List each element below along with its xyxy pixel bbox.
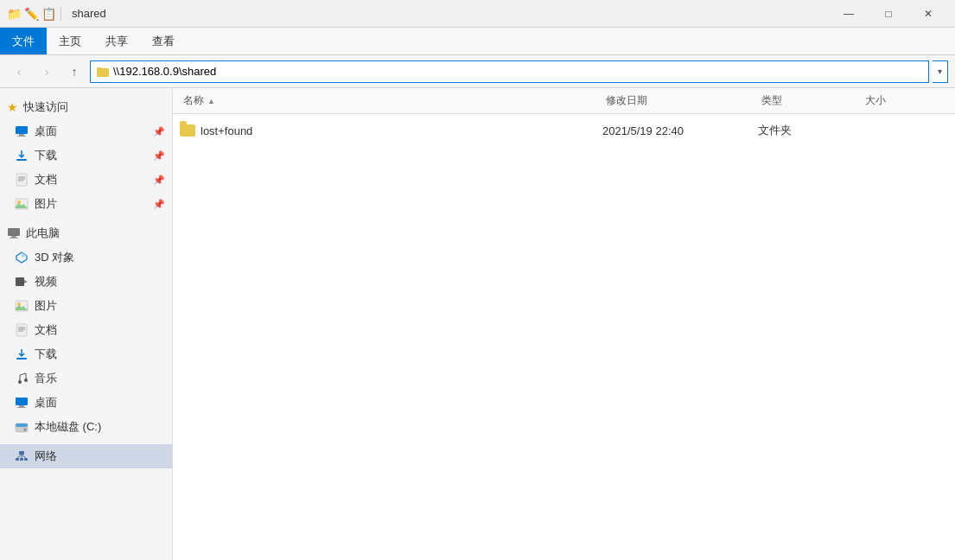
svg-rect-34 — [19, 451, 24, 455]
window-icon-3: 📋 — [41, 7, 55, 21]
address-dropdown-button[interactable]: ▾ — [933, 60, 948, 83]
svg-rect-28 — [16, 398, 28, 405]
sidebar-section-network: 网络 — [0, 444, 172, 468]
tab-view[interactable]: 查看 — [140, 28, 187, 54]
svg-point-26 — [18, 380, 22, 384]
sidebar-item-picture-pc[interactable]: 图片 — [0, 294, 172, 318]
network-icon — [14, 449, 29, 464]
svg-point-33 — [24, 429, 27, 431]
svg-rect-25 — [16, 358, 27, 360]
minimize-button[interactable]: — — [829, 0, 869, 28]
sidebar-item-3d[interactable]: 3D 对象 — [0, 245, 172, 270]
download-icon-2 — [14, 347, 29, 362]
sidebar-item-download-pc[interactable]: 下载 — [0, 342, 172, 366]
tab-home[interactable]: 主页 — [47, 28, 93, 54]
sidebar-item-picture-quick[interactable]: 图片 📌 — [0, 192, 172, 216]
address-path: \\192.168.0.9\shared — [113, 65, 923, 78]
address-folder-icon — [96, 65, 110, 79]
sidebar-item-desktop-pc[interactable]: 桌面 — [0, 391, 172, 415]
svg-rect-2 — [16, 126, 28, 134]
title-bar-icons: 📁 ✏️ 📋 — [7, 7, 63, 21]
pin-icon-download: 📌 — [153, 150, 165, 162]
pin-icon-desktop: 📌 — [153, 126, 165, 137]
content-area: 名称 ▲ 修改日期 类型 大小 lost+found 2021/5/19 22:… — [173, 88, 955, 560]
file-modified: 2021/5/19 22:40 — [602, 124, 758, 137]
desktop-icon-2 — [14, 395, 29, 410]
window-title: shared — [72, 7, 106, 20]
col-modified-header[interactable]: 修改日期 — [602, 92, 758, 110]
document-icon-2 — [14, 322, 29, 338]
svg-rect-17 — [16, 277, 24, 286]
sidebar-quickaccess-header[interactable]: ★ 快速访问 — [0, 95, 172, 119]
tab-file[interactable]: 文件 — [0, 28, 47, 54]
file-name: lost+found — [201, 124, 252, 137]
svg-rect-3 — [19, 134, 24, 136]
col-size-header[interactable]: 大小 — [862, 92, 948, 110]
sidebar-item-doc-quick[interactable]: 文档 📌 — [0, 168, 172, 192]
sidebar-thispc-header[interactable]: 此电脑 — [0, 221, 172, 245]
maximize-button[interactable]: □ — [869, 0, 908, 28]
download-icon — [14, 148, 29, 163]
sidebar-item-desktop-quick[interactable]: 桌面 📌 — [0, 119, 172, 143]
address-input-wrapper[interactable]: \\192.168.0.9\shared — [90, 60, 929, 83]
svg-rect-6 — [16, 174, 27, 186]
col-type-header[interactable]: 类型 — [758, 92, 862, 110]
tab-share[interactable]: 共享 — [93, 28, 140, 54]
svg-rect-32 — [16, 423, 28, 427]
pc-icon — [7, 227, 21, 239]
svg-rect-5 — [16, 159, 27, 161]
sort-arrow-name: ▲ — [207, 97, 215, 105]
title-separator — [60, 7, 61, 21]
picture-icon-2 — [14, 298, 29, 314]
svg-point-27 — [24, 379, 28, 382]
sidebar-item-video[interactable]: 视频 — [0, 270, 172, 294]
title-bar: 📁 ✏️ 📋 shared — □ ✕ — [0, 0, 955, 28]
svg-rect-13 — [11, 236, 16, 238]
document-icon — [14, 172, 29, 188]
svg-rect-12 — [8, 228, 20, 236]
sidebar-item-doc-pc[interactable]: 文档 — [0, 318, 172, 342]
svg-rect-4 — [17, 136, 26, 137]
svg-marker-18 — [24, 280, 28, 283]
music-icon — [14, 371, 29, 386]
svg-rect-21 — [16, 324, 27, 336]
star-icon: ★ — [7, 100, 18, 114]
svg-rect-37 — [24, 458, 28, 461]
svg-rect-0 — [97, 68, 109, 77]
svg-rect-14 — [10, 238, 18, 239]
svg-rect-30 — [17, 407, 26, 408]
window-controls: — □ ✕ — [829, 0, 948, 28]
video-icon — [14, 274, 29, 290]
file-type: 文件夹 — [758, 123, 862, 138]
window-icon-1: 📁 — [7, 7, 21, 21]
svg-rect-29 — [19, 405, 24, 407]
pin-icon-doc: 📌 — [153, 175, 165, 186]
folder-icon — [180, 124, 195, 137]
column-headers: 名称 ▲ 修改日期 类型 大小 — [173, 88, 955, 114]
up-button[interactable]: ↑ — [62, 60, 86, 84]
sidebar-item-music[interactable]: 音乐 — [0, 366, 172, 391]
sidebar-section-thispc: 此电脑 3D 对象 视频 图片 — [0, 221, 172, 439]
sidebar-network-header[interactable]: 网络 — [0, 444, 172, 468]
sidebar: ★ 快速访问 桌面 📌 下载 📌 文档 — [0, 88, 173, 560]
window-icon-2: ✏️ — [24, 7, 38, 21]
sidebar-item-localdisk[interactable]: 本地磁盘 (C:) — [0, 415, 172, 439]
sidebar-item-download-quick[interactable]: 下载 📌 — [0, 143, 172, 168]
close-button[interactable]: ✕ — [908, 0, 948, 28]
file-list: lost+found 2021/5/19 22:40 文件夹 — [173, 114, 955, 560]
table-row[interactable]: lost+found 2021/5/19 22:40 文件夹 — [173, 118, 955, 143]
col-name-header[interactable]: 名称 ▲ — [180, 92, 602, 110]
forward-button[interactable]: › — [35, 60, 59, 84]
ribbon: 文件 主页 共享 查看 — [0, 28, 955, 55]
sidebar-section-quickaccess: ★ 快速访问 桌面 📌 下载 📌 文档 — [0, 95, 172, 216]
svg-rect-1 — [97, 67, 102, 69]
main-area: ★ 快速访问 桌面 📌 下载 📌 文档 — [0, 88, 955, 560]
svg-line-38 — [17, 455, 22, 458]
desktop-icon — [14, 124, 29, 139]
svg-line-40 — [22, 455, 26, 458]
3d-icon — [14, 250, 29, 265]
disk-icon — [14, 419, 29, 435]
address-bar: ‹ › ↑ \\192.168.0.9\shared ▾ — [0, 55, 955, 88]
svg-rect-35 — [16, 458, 19, 461]
back-button[interactable]: ‹ — [7, 60, 31, 84]
